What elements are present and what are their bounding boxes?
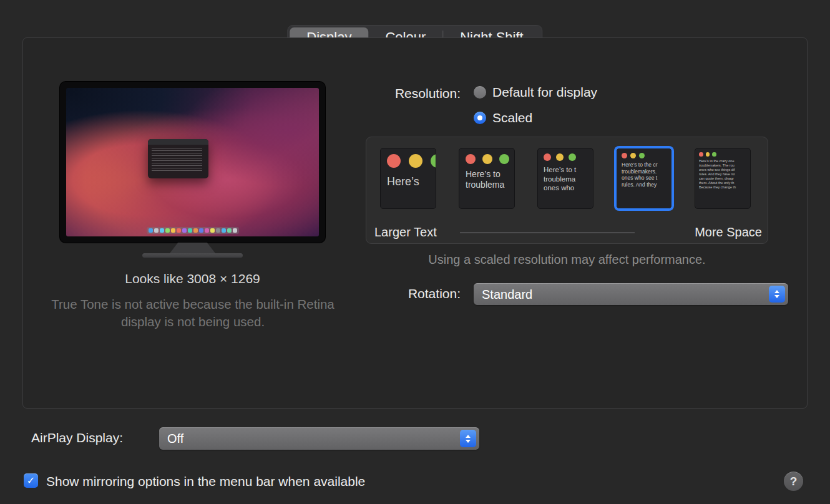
stepper-icon xyxy=(460,430,476,447)
scale-option-5[interactable]: Here’s to the crazy one troublemakers. T… xyxy=(695,148,751,209)
yellow-dot-icon xyxy=(409,154,422,168)
monitor-stand xyxy=(170,243,215,253)
scale-option-text: Here’s to the cr troublemakers. ones who… xyxy=(622,162,671,188)
scale-option-1[interactable]: Here’s xyxy=(380,148,436,209)
green-dot-icon xyxy=(499,154,509,164)
performance-note: Using a scaled resolution may affect per… xyxy=(366,253,768,267)
green-dot-icon xyxy=(639,153,645,158)
scale-option-text: Here’s to troublema xyxy=(466,169,514,190)
green-dot-icon xyxy=(431,154,436,168)
yellow-dot-icon xyxy=(556,153,564,161)
red-dot-icon xyxy=(544,153,551,161)
help-button[interactable]: ? xyxy=(784,472,803,491)
yellow-dot-icon xyxy=(630,153,636,158)
scale-option-3[interactable]: Here’s to t troublema ones who xyxy=(537,148,593,209)
dock-preview xyxy=(147,227,239,234)
terminal-window-preview xyxy=(148,139,208,178)
yellow-dot-icon xyxy=(706,152,710,157)
rotation-dropdown[interactable]: Standard xyxy=(474,283,788,305)
traffic-lights-icon xyxy=(699,152,750,157)
monitor-wallpaper-preview xyxy=(66,88,319,236)
mirroring-checkbox-label: Show mirroring options in the menu bar w… xyxy=(46,474,365,489)
red-dot-icon xyxy=(699,152,703,157)
scale-option-2[interactable]: Here’s to troublema xyxy=(459,148,515,209)
rotation-label: Rotation: xyxy=(366,286,461,301)
monitor-bezel xyxy=(60,82,325,243)
scale-option-text: Here’s to t troublema ones who xyxy=(544,165,593,193)
monitor-base xyxy=(142,253,243,258)
scale-option-text: Here’s to the crazy one troublemakers. T… xyxy=(699,159,750,190)
radio-unselected-icon[interactable] xyxy=(474,86,486,99)
traffic-lights-icon xyxy=(466,154,514,164)
true-tone-note: True Tone is not active because the buil… xyxy=(49,296,336,331)
larger-text-label: Larger Text xyxy=(374,225,437,240)
traffic-lights-icon xyxy=(387,154,436,168)
radio-default-for-display[interactable]: Default for display xyxy=(474,85,597,100)
red-dot-icon xyxy=(387,154,401,168)
traffic-lights-icon xyxy=(622,153,671,158)
radio-scaled-label: Scaled xyxy=(492,110,532,125)
content-panel: Looks like 3008 × 1269 True Tone is not … xyxy=(22,37,808,409)
mirroring-checkbox[interactable]: ✓ xyxy=(24,473,38,488)
resolution-summary: Looks like 3008 × 1269 xyxy=(60,271,325,286)
scale-option-4-selected[interactable]: Here’s to the cr troublemakers. ones who… xyxy=(616,148,672,209)
airplay-value: Off xyxy=(167,432,183,446)
display-preferences-window: Display Colour Night Shift Looks like 30… xyxy=(0,0,830,504)
checkmark-icon: ✓ xyxy=(27,476,35,486)
yellow-dot-icon xyxy=(482,154,492,164)
airplay-display-dropdown[interactable]: Off xyxy=(159,427,479,450)
scale-option-text: Here’s xyxy=(387,175,436,188)
scale-track xyxy=(460,232,635,233)
radio-default-label: Default for display xyxy=(492,85,597,100)
traffic-lights-icon xyxy=(544,153,593,161)
scaled-resolution-picker: Here’s Here’s to troublema xyxy=(366,137,768,244)
stepper-icon xyxy=(769,286,785,303)
radio-selected-icon[interactable] xyxy=(474,112,486,124)
rotation-value: Standard xyxy=(482,287,532,301)
airplay-display-label: AirPlay Display: xyxy=(31,430,123,445)
more-space-label: More Space xyxy=(695,225,762,240)
green-dot-icon xyxy=(569,153,576,161)
radio-scaled[interactable]: Scaled xyxy=(474,110,532,125)
green-dot-icon xyxy=(712,152,716,157)
red-dot-icon xyxy=(466,154,476,164)
red-dot-icon xyxy=(622,153,627,158)
resolution-label: Resolution: xyxy=(366,86,461,101)
